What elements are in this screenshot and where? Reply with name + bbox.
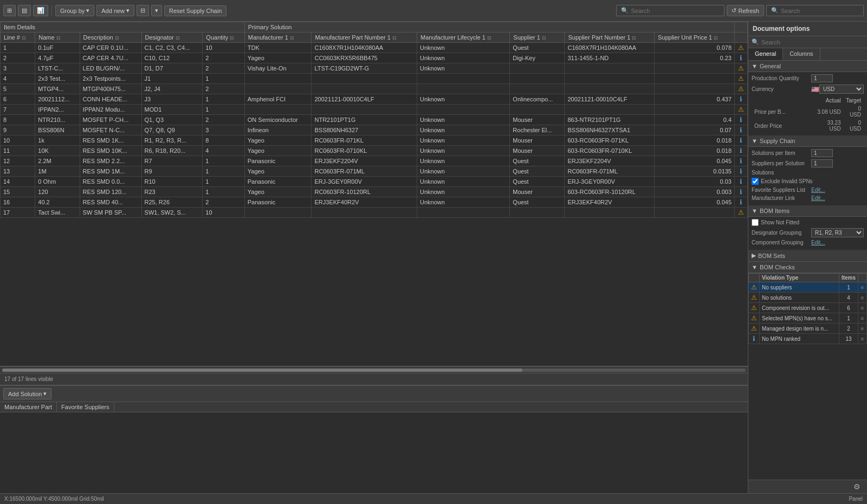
checks-nav-icon[interactable]: ≡ — [861, 336, 864, 342]
cell-line: 7 — [1, 105, 35, 115]
checks-row[interactable]: ⚠ Selected MPN(s) have no s... 1 ≡ — [749, 313, 867, 324]
col-lifecycle[interactable]: Manufacturer Lifecycle 1 ⊟ — [417, 33, 510, 43]
cell-desc: MOSFET P-CH... — [80, 115, 141, 125]
group-by-button[interactable]: Group by ▾ — [55, 5, 94, 16]
col-line[interactable]: Line # ⊟ — [1, 33, 35, 43]
checks-row[interactable]: ⚠ Managed design item is n... 2 ≡ — [749, 324, 867, 334]
checks-row[interactable]: ⚠ No solutions 4 ≡ — [749, 293, 867, 303]
solution-table-header: Manufacturer Part Favorite Suppliers — [0, 402, 748, 412]
checks-nav-icon[interactable]: ≡ — [861, 305, 864, 311]
columns-chevron-button[interactable]: ▾ — [151, 5, 162, 16]
col-mpn[interactable]: Manufacturer Part Number 1 ⊟ — [312, 33, 417, 43]
checks-nav-icon[interactable]: ≡ — [861, 285, 864, 290]
cell-spn: 603-RC0603FR-10120RL — [565, 187, 654, 197]
cell-spn: 20021121-00010C4LF — [565, 94, 654, 105]
extra-col-header — [735, 22, 748, 33]
col-name[interactable]: Name ⊟ — [35, 33, 80, 43]
cell-mpn: ERJ-3GEY0R00V — [312, 177, 417, 187]
solution-col-manufacturer-part: Manufacturer Part — [0, 402, 57, 412]
table-row[interactable]: 3 LTST-C... LED BL/GRN/... D1, D7 2 Vish… — [1, 63, 748, 74]
col-spn[interactable]: Supplier Part Number 1 ⊟ — [565, 33, 654, 43]
table-row[interactable]: 12 2.2M RES SMD 2.2... R7 1 Panasonic ER… — [1, 156, 748, 166]
designator-grouping-select[interactable]: R1, R2, R3 — [811, 228, 864, 237]
general-collapse-icon: ▼ — [752, 63, 758, 69]
cell-icon: ℹ — [735, 177, 748, 187]
exclude-invalid-spns-checkbox[interactable] — [752, 178, 759, 185]
settings-button[interactable]: ⚙ — [851, 481, 863, 492]
table-row[interactable]: 8 NTR210... MOSFET P-CH... Q1, Q3 2 ON S… — [1, 115, 748, 125]
columns-button[interactable]: ⊟ — [137, 5, 149, 16]
solution-content-area[interactable] — [0, 412, 748, 493]
table-row[interactable]: 10 1k RES SMD 1K... R1, R2, R3, R... 8 Y… — [1, 135, 748, 146]
table-row[interactable]: 6 20021112... CONN HEADE... J3 1 Ampheno… — [1, 94, 748, 105]
checks-row[interactable]: ⚠ Component revision is out... 6 ≡ — [749, 303, 867, 313]
order-price-label: Order Price — [753, 119, 812, 132]
general-section-header[interactable]: ▼ General — [748, 61, 867, 72]
table-row[interactable]: 2 4.7µF CAP CER 4.7U... C10, C12 2 Yageo… — [1, 53, 748, 63]
reset-supply-chain-button[interactable]: Reset Supply Chain — [164, 5, 227, 16]
cell-designator: C1, C2, C3, C4... — [141, 43, 203, 53]
scrollbar-thumb[interactable] — [2, 369, 522, 372]
bom-sets-section-header[interactable]: ▶ BOM Sets — [748, 250, 867, 262]
grid-icon-btn[interactable]: ⊞ — [3, 5, 16, 16]
suppliers-per-solution-input[interactable] — [811, 159, 833, 167]
exclude-invalid-spns-label: Exclude Invalid SPNs — [761, 178, 813, 184]
table-row[interactable]: 9 BSS806N MOSFET N-C... Q7, Q8, Q9 3 Inf… — [1, 125, 748, 135]
tab-general[interactable]: General — [748, 48, 783, 60]
checks-nav-icon[interactable]: ≡ — [861, 295, 864, 301]
add-solution-button[interactable]: Add Solution ▾ — [3, 388, 51, 399]
bom-items-section-header[interactable]: ▼ BOM Items — [748, 205, 867, 217]
solutions-per-item-input[interactable] — [811, 149, 833, 157]
cell-supplier — [510, 84, 565, 94]
col-price[interactable]: Supplier Unit Price 1 ⊟ — [654, 33, 734, 43]
main-search-input[interactable] — [631, 8, 717, 14]
col-supplier[interactable]: Supplier 1 ⊟ — [510, 33, 565, 43]
refresh-button[interactable]: ↺ Refresh — [727, 5, 764, 16]
col-qty[interactable]: Quantity ⊟ — [203, 33, 244, 43]
designator-grouping-label: Designator Grouping — [752, 230, 811, 236]
col-designator[interactable]: Designator ⊟ — [141, 33, 203, 43]
scrollbar-track[interactable] — [2, 369, 746, 372]
col-desc[interactable]: Description ⊟ — [80, 33, 141, 43]
table-row[interactable]: 4 2x3 Test... 2x3 Testpoints... J1 1 ⚠ — [1, 74, 748, 84]
secondary-search-input[interactable] — [781, 8, 859, 14]
col-mfr[interactable]: Manufacturer 1 ⊟ — [244, 33, 312, 43]
favorite-suppliers-edit-link[interactable]: Edit... — [811, 187, 825, 193]
cell-qty: 8 — [203, 135, 244, 146]
cell-name: 10K — [35, 146, 80, 156]
cell-desc: RES SMD 2.2... — [80, 156, 141, 166]
tab-columns[interactable]: Columns — [783, 48, 820, 60]
bar-chart-icon-btn[interactable]: 📊 — [33, 5, 48, 16]
bom-checks-section-header[interactable]: ▼ BOM Checks — [748, 262, 867, 273]
checks-nav-icon[interactable]: ≡ — [861, 326, 864, 332]
cell-price: 0.437 — [654, 94, 734, 105]
cell-desc: 2x3 Testpoints... — [80, 74, 141, 84]
table-row[interactable]: 7 IPPAN2... IPPAN2 Modu... MOD1 1 ⚠ — [1, 105, 748, 115]
table-row[interactable]: 17 Tact Swi... SW SM PB SP... SW1, SW2, … — [1, 208, 748, 218]
warning-icon: ⚠ — [738, 106, 744, 113]
show-not-fitted-checkbox[interactable] — [752, 219, 759, 226]
table-row[interactable]: 1 0.1uF CAP CER 0.1U... C1, C2, C3, C4..… — [1, 43, 748, 53]
supply-chain-section-header[interactable]: ▼ Supply Chain — [748, 135, 867, 147]
checks-row[interactable]: ⚠ No suppliers 1 ≡ — [749, 282, 867, 293]
checks-cell-icon: ℹ — [749, 334, 760, 344]
production-quantity-input[interactable] — [811, 74, 833, 82]
cell-name: Tact Swi... — [35, 208, 80, 218]
table-row[interactable]: 16 40.2 RES SMD 40... R25, R26 2 Panason… — [1, 197, 748, 208]
currency-select[interactable]: USDEUR — [819, 85, 864, 94]
checks-row[interactable]: ℹ No MPN ranked 13 ≡ — [749, 334, 867, 344]
cell-designator: J1 — [141, 74, 203, 84]
checks-nav-icon[interactable]: ≡ — [861, 315, 864, 321]
bom-table-container[interactable]: Item Details Primary Solution Line # ⊟ N… — [0, 22, 748, 366]
table-row[interactable]: 14 0 Ohm RES SMD 0.0... R10 1 Panasonic … — [1, 177, 748, 187]
table-row[interactable]: 11 10K RES SMD 10K... R6, R18, R20... 4 … — [1, 146, 748, 156]
table-row[interactable]: 13 1M RES SMD 1M... R9 1 Yageo RC0603FR-… — [1, 166, 748, 177]
table-row[interactable]: 5 MTGP4... MTGP400H75... J2, J4 2 ⚠ — [1, 84, 748, 94]
doc-search-input[interactable] — [761, 39, 864, 46]
table-row[interactable]: 15 120 RES SMD 120... R23 1 Yageo RC0603… — [1, 187, 748, 197]
chart-icon-btn[interactable]: ▤ — [18, 5, 31, 16]
manufacturer-link-edit-link[interactable]: Edit... — [811, 195, 825, 201]
add-new-button[interactable]: Add new ▾ — [96, 5, 134, 16]
horizontal-scrollbar[interactable] — [0, 366, 748, 373]
component-grouping-edit-link[interactable]: Edit... — [811, 240, 825, 245]
